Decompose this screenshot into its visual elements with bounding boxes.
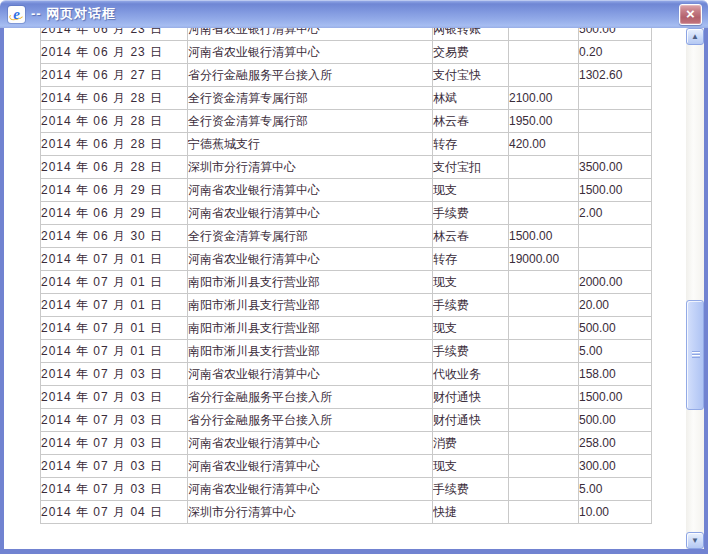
cell-institution: 河南省农业银行清算中心 [188, 41, 433, 64]
cell-summary: 财付通快 [433, 386, 509, 409]
scrollbar-thumb[interactable] [686, 300, 704, 410]
cell-date: 2014 年 06 月 29 日 [41, 202, 188, 225]
table-row: 2014 年 06 月 29 日 河南省农业银行清算中心 现支 1500.00 [41, 179, 652, 202]
cell-amount-b: 1500.00 [579, 179, 652, 202]
cell-amount-b: 5.00 [579, 478, 652, 501]
table-row: 2014 年 06 月 27 日 省分行金融服务平台接入所 支付宝快 1302.… [41, 64, 652, 87]
cell-summary: 网银转账 [433, 28, 509, 41]
table-row: 2014 年 07 月 01 日 河南省农业银行清算中心 转存 19000.00 [41, 248, 652, 271]
cell-institution: 河南省农业银行清算中心 [188, 202, 433, 225]
cell-amount-a [509, 455, 579, 478]
table-row: 2014 年 07 月 03 日 省分行金融服务平台接入所 财付通快 500.0… [41, 409, 652, 432]
table-row: 2014 年 07 月 01 日 南阳市淅川县支行营业部 手续费 5.00 [41, 340, 652, 363]
table-row: 2014 年 06 月 23 日 河南省农业银行清算中心 交易费 0.20 [41, 41, 652, 64]
cell-date: 2014 年 06 月 29 日 [41, 179, 188, 202]
cell-amount-b [579, 110, 652, 133]
scroll-up-button[interactable]: ▲ [686, 28, 704, 45]
cell-date: 2014 年 06 月 28 日 [41, 133, 188, 156]
cell-date: 2014 年 06 月 23 日 [41, 28, 188, 41]
vertical-scrollbar[interactable]: ▲ ▼ [686, 28, 704, 549]
table-row: 2014 年 06 月 23 日 河南省农业银行清算中心 网银转账 500.00 [41, 28, 652, 41]
cell-institution: 全行资金清算专属行部 [188, 110, 433, 133]
cell-institution: 深圳市分行清算中心 [188, 501, 433, 524]
cell-date: 2014 年 07 月 01 日 [41, 317, 188, 340]
cell-institution: 省分行金融服务平台接入所 [188, 64, 433, 87]
ie-orbit-ring [8, 10, 24, 21]
cell-summary: 手续费 [433, 202, 509, 225]
cell-amount-b: 158.00 [579, 363, 652, 386]
cell-amount-b: 3500.00 [579, 156, 652, 179]
scrollbar-grip-icon [692, 351, 700, 358]
cell-amount-b: 10.00 [579, 501, 652, 524]
cell-date: 2014 年 07 月 03 日 [41, 432, 188, 455]
cell-date: 2014 年 06 月 28 日 [41, 156, 188, 179]
cell-amount-b: 1500.00 [579, 386, 652, 409]
cell-amount-a: 1950.00 [509, 110, 579, 133]
table-row: 2014 年 06 月 29 日 河南省农业银行清算中心 手续费 2.00 [41, 202, 652, 225]
transactions-table: 2014 年 06 月 23 日 河南省农业银行清算中心 网银转账 500.00… [40, 28, 652, 524]
cell-institution: 省分行金融服务平台接入所 [188, 386, 433, 409]
cell-amount-a [509, 363, 579, 386]
window-border-right [704, 28, 708, 554]
cell-date: 2014 年 07 月 01 日 [41, 248, 188, 271]
cell-amount-b: 5.00 [579, 340, 652, 363]
cell-amount-a [509, 202, 579, 225]
cell-amount-a [509, 156, 579, 179]
cell-amount-a [509, 64, 579, 87]
cell-amount-a [509, 28, 579, 41]
table-row: 2014 年 07 月 03 日 河南省农业银行清算中心 现支 300.00 [41, 455, 652, 478]
cell-amount-b: 258.00 [579, 432, 652, 455]
cell-amount-b: 500.00 [579, 317, 652, 340]
table-row: 2014 年 06 月 28 日 宁德蕉城支行 转存 420.00 [41, 133, 652, 156]
cell-summary: 现支 [433, 271, 509, 294]
cell-date: 2014 年 07 月 01 日 [41, 294, 188, 317]
cell-summary: 林斌 [433, 87, 509, 110]
cell-summary: 现支 [433, 317, 509, 340]
table-row: 2014 年 07 月 01 日 南阳市淅川县支行营业部 现支 500.00 [41, 317, 652, 340]
cell-summary: 林云春 [433, 110, 509, 133]
cell-amount-b: 2000.00 [579, 271, 652, 294]
cell-amount-b: 500.00 [579, 409, 652, 432]
cell-institution: 南阳市淅川县支行营业部 [188, 271, 433, 294]
cell-amount-a [509, 501, 579, 524]
title-bar[interactable]: e -- 网页对话框 × [0, 0, 708, 28]
cell-institution: 河南省农业银行清算中心 [188, 179, 433, 202]
cell-date: 2014 年 06 月 23 日 [41, 41, 188, 64]
cell-summary: 林云春 [433, 225, 509, 248]
cell-amount-a [509, 340, 579, 363]
table-row: 2014 年 07 月 01 日 南阳市淅川县支行营业部 手续费 20.00 [41, 294, 652, 317]
table-row: 2014 年 07 月 03 日 河南省农业银行清算中心 消费 258.00 [41, 432, 652, 455]
table-row: 2014 年 07 月 01 日 南阳市淅川县支行营业部 现支 2000.00 [41, 271, 652, 294]
cell-amount-b [579, 133, 652, 156]
cell-institution: 河南省农业银行清算中心 [188, 432, 433, 455]
table-row: 2014 年 07 月 04 日 深圳市分行清算中心 快捷 10.00 [41, 501, 652, 524]
cell-summary: 支付宝快 [433, 64, 509, 87]
scroll-down-button[interactable]: ▼ [686, 532, 704, 549]
scroll-up-icon: ▲ [691, 33, 699, 41]
close-button[interactable]: × [679, 4, 702, 25]
cell-amount-b: 500.00 [579, 28, 652, 41]
window-title: -- 网页对话框 [31, 5, 116, 23]
cell-amount-b: 0.20 [579, 41, 652, 64]
cell-institution: 河南省农业银行清算中心 [188, 455, 433, 478]
cell-institution: 河南省农业银行清算中心 [188, 363, 433, 386]
table-row: 2014 年 06 月 28 日 深圳市分行清算中心 支付宝扣 3500.00 [41, 156, 652, 179]
cell-amount-b: 1302.60 [579, 64, 652, 87]
cell-summary: 代收业务 [433, 363, 509, 386]
scroll-down-icon: ▼ [691, 537, 699, 545]
table-viewport: 2014 年 06 月 23 日 河南省农业银行清算中心 网银转账 500.00… [40, 28, 655, 546]
cell-institution: 河南省农业银行清算中心 [188, 478, 433, 501]
window-border-bottom [0, 549, 708, 554]
cell-institution: 深圳市分行清算中心 [188, 156, 433, 179]
cell-date: 2014 年 07 月 01 日 [41, 271, 188, 294]
cell-amount-a [509, 271, 579, 294]
dialog-content: 2014 年 06 月 23 日 河南省农业银行清算中心 网银转账 500.00… [4, 28, 686, 549]
cell-amount-a: 1500.00 [509, 225, 579, 248]
cell-institution: 省分行金融服务平台接入所 [188, 409, 433, 432]
cell-summary: 现支 [433, 179, 509, 202]
cell-amount-b: 20.00 [579, 294, 652, 317]
cell-date: 2014 年 07 月 03 日 [41, 478, 188, 501]
cell-amount-a [509, 432, 579, 455]
cell-date: 2014 年 07 月 03 日 [41, 363, 188, 386]
cell-summary: 快捷 [433, 501, 509, 524]
